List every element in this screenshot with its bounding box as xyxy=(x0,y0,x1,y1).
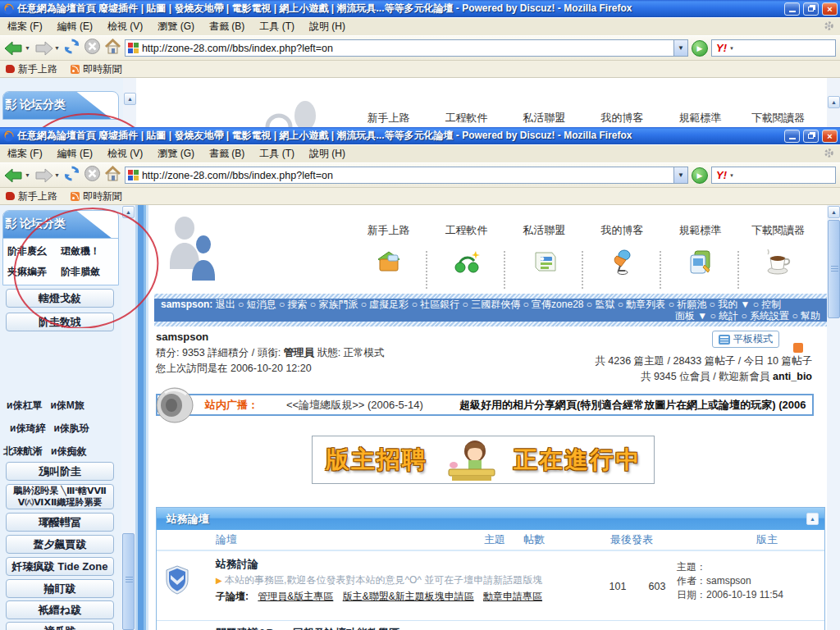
stop-button[interactable] xyxy=(84,38,101,58)
bookmark-getting-started[interactable]: 新手上路 xyxy=(6,62,57,76)
sidebar-button[interactable]: 羭盯跋 xyxy=(6,579,114,598)
subforum-link[interactable]: 版主&聯盟&新主題板塊申請區 xyxy=(343,591,474,602)
recruit-banner[interactable]: 版主招聘 正在進行中 xyxy=(312,436,655,484)
url-dropdown[interactable]: ▼ xyxy=(673,40,687,56)
menu-tools[interactable]: 工具 (T) xyxy=(252,144,302,163)
url-dropdown[interactable]: ▼ xyxy=(673,167,687,183)
topnav-item-alliance[interactable]: 私活聯盟 xyxy=(505,223,583,278)
subforum-link[interactable]: 管理員&版主專區 xyxy=(258,591,333,602)
reload-button[interactable] xyxy=(63,165,80,185)
reload-button[interactable] xyxy=(63,38,80,58)
sidebar-link[interactable]: и倈琦綷 xyxy=(10,422,45,436)
sidebar-button[interactable]: 衹縉ね跋 xyxy=(6,600,114,619)
category-tab[interactable]: 彯 论坛分类 xyxy=(3,211,118,238)
topnav-item-software[interactable]: 工程軟件 xyxy=(427,223,505,278)
back-button[interactable]: ▼ xyxy=(4,40,30,57)
scroll-up-icon[interactable]: ▲ xyxy=(122,206,135,218)
sidebar-scrollbar[interactable]: ▲ xyxy=(121,205,135,630)
scrollbar-thumb[interactable] xyxy=(122,533,135,630)
search-dropdown-icon[interactable]: ▼ xyxy=(729,173,734,178)
close-button[interactable]: × xyxy=(822,130,838,143)
back-button[interactable]: ▼ xyxy=(4,167,30,184)
category-link[interactable]: 阶非腊斂 xyxy=(61,265,114,279)
menu-edit[interactable]: 編輯 (E) xyxy=(50,144,100,163)
broadcast-item[interactable]: 超級好用的相片分享網頁(特別適合經常放圖片在網上或論壇的玩家) (2006 xyxy=(459,398,806,413)
sidebar-button[interactable]: 蝥夕飆賈跋 xyxy=(6,535,114,554)
bookmark-latest-news[interactable]: 即時新聞 xyxy=(71,62,122,76)
scroll-up-icon[interactable]: ▲ xyxy=(828,206,840,218)
broadcast-item[interactable]: <<論壇總版規>> (2006-5-14) xyxy=(286,398,423,413)
menu-bookmarks[interactable]: 書籤 (B) xyxy=(202,17,252,36)
topnav-item-standards[interactable]: 規範標準 xyxy=(661,223,739,278)
profile-username[interactable]: samspson xyxy=(156,331,208,343)
sidebar-button[interactable]: 轄燈戈敍 xyxy=(6,289,114,308)
sidebar-button[interactable]: 鵰肣涊盻杲 ╲Ⅲ²轄ⅤⅦ Ⅴ㈧ⅥⅩⅡ織瑆肣罤要 xyxy=(6,484,114,509)
sidebar-button[interactable]: 瑘醱轊冨 xyxy=(6,513,114,532)
stop-button[interactable] xyxy=(84,165,101,185)
bg-category-tab[interactable]: 彯 论坛分类 xyxy=(3,92,118,119)
menu-bookmarks[interactable]: 書籤 (B) xyxy=(202,144,252,163)
bg-titlebar[interactable]: 任意網為論壇首頁 廢墟插件 | 貼圖 | 發燒友地帶 | 電影電視 | 網上小遊… xyxy=(0,0,840,17)
rss-feed-icon[interactable] xyxy=(793,343,803,353)
menu-help[interactable]: 說明 (H) xyxy=(302,17,353,36)
home-button[interactable] xyxy=(104,166,121,185)
sidebar-link[interactable]: и倈杠單 xyxy=(7,399,42,413)
minimize-button[interactable] xyxy=(784,130,800,143)
front-titlebar[interactable]: 任意網為論壇首頁 廢墟插件 | 貼圖 | 發燒友地帶 | 電影電視 | 網上小遊… xyxy=(0,127,840,144)
scroll-up-icon[interactable]: ▲ xyxy=(124,93,136,105)
newest-member-link[interactable]: anti_bio xyxy=(773,371,812,382)
menu-file[interactable]: 檔案 (F) xyxy=(0,144,50,163)
go-button[interactable]: ▶ xyxy=(692,40,708,57)
menu-go[interactable]: 瀏覽 (G) xyxy=(150,17,202,36)
sidebar-button[interactable]: 鴔叫阶圭 xyxy=(6,462,114,481)
restore-button[interactable] xyxy=(803,130,819,143)
userbar-line2[interactable]: 面板 ▼ ○ 統計 ○ 系統設置 ○ 幫助 xyxy=(161,310,820,322)
page-scrollbar[interactable]: ▲ xyxy=(827,205,840,630)
sidebar-link[interactable]: и倈痴敘 xyxy=(51,445,86,459)
sidebar-button[interactable]: 褅瓜跋 xyxy=(6,622,114,630)
credits-detail-link[interactable]: 詳細積分 xyxy=(208,347,249,358)
topnav-item-reader[interactable]: 下載閱讀器 xyxy=(739,223,817,278)
topnav-item-newbie[interactable]: 新手上路 xyxy=(349,223,427,278)
search-input[interactable]: Y! ▼ xyxy=(711,39,836,57)
forum-link[interactable]: 站務討論 xyxy=(216,557,593,572)
bookmark-latest-news[interactable]: 即時新聞 xyxy=(71,189,122,203)
scroll-up-icon[interactable]: ▲ xyxy=(828,96,840,108)
forum-section-header[interactable]: 站務論壇 ▲ xyxy=(157,508,824,530)
search-input[interactable]: Y! ▼ xyxy=(711,167,836,184)
forward-button[interactable]: ▼ xyxy=(34,40,60,57)
subforum-link[interactable]: 勳章申請專區 xyxy=(483,591,542,602)
bg-sidebar-scrollbar[interactable]: ▲ xyxy=(123,78,136,127)
menu-view[interactable]: 檢視 (V) xyxy=(100,144,150,163)
search-dropdown-icon[interactable]: ▼ xyxy=(729,46,734,51)
home-button[interactable] xyxy=(104,39,121,58)
bookmark-getting-started[interactable]: 新手上路 xyxy=(6,189,57,203)
url-bar[interactable]: http://zone-28.com//bbs/index.php?left=o… xyxy=(125,167,688,184)
scrollbar-thumb[interactable] xyxy=(828,220,840,318)
minimize-button[interactable] xyxy=(784,2,800,16)
url-bar[interactable]: http://zone-28.com//bbs/index.php?left=o… xyxy=(125,39,688,57)
sidebar-button[interactable]: 阶圭敎珬 xyxy=(6,313,114,331)
menu-file[interactable]: 檔案 (F) xyxy=(0,17,50,36)
menu-help[interactable]: 說明 (H) xyxy=(302,144,353,163)
forward-button[interactable]: ▼ xyxy=(34,167,60,184)
menu-edit[interactable]: 編輯 (E) xyxy=(50,17,100,36)
forum-link[interactable]: 問題建議&Bugs回報及論壇功能教學區 xyxy=(157,620,824,630)
category-link[interactable]: 夹痳媥弄 xyxy=(7,265,61,279)
collapse-button[interactable]: ▲ xyxy=(806,513,819,525)
last-post-author[interactable]: 作者：samspson xyxy=(677,574,833,588)
close-button[interactable]: × xyxy=(822,2,838,16)
restore-button[interactable] xyxy=(803,2,819,16)
menu-tools[interactable]: 工具 (T) xyxy=(252,17,302,36)
go-button[interactable]: ▶ xyxy=(692,167,708,184)
sidebar-link[interactable]: 北琜航淅 xyxy=(3,445,43,459)
sidebar-link[interactable]: и倈M旅 xyxy=(50,399,84,413)
sidebar-button[interactable]: 奷瑧疯跋 Tide Zone xyxy=(6,557,114,576)
menu-view[interactable]: 檢視 (V) xyxy=(100,17,150,36)
menu-go[interactable]: 瀏覽 (G) xyxy=(150,144,202,163)
topnav-item-blog[interactable]: 我的博客 xyxy=(583,223,661,278)
flat-mode-button[interactable]: 平板模式 xyxy=(712,331,779,348)
category-link[interactable]: 珺斂穖！ xyxy=(61,244,114,258)
bg-page-scrollbar[interactable]: ▲ xyxy=(827,78,840,127)
category-link[interactable]: 阶非赓幺 xyxy=(7,244,61,258)
